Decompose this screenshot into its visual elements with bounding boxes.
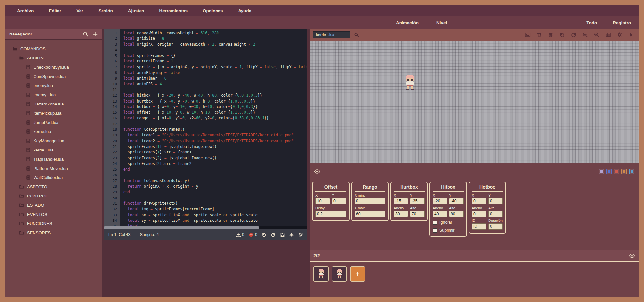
bug-button[interactable]: [289, 232, 294, 237]
menu-item-ver[interactable]: Ver: [77, 8, 83, 13]
redo-button[interactable]: [271, 232, 276, 237]
sidebar-item-checkpointsys-lua[interactable]: CheckpointSys.lua: [5, 62, 102, 72]
toolbar-layers-button[interactable]: [546, 31, 555, 39]
sidebar-item-funciones[interactable]: FUNCIONES: [5, 219, 102, 228]
overlay-toggle-hitbox[interactable]: [621, 169, 627, 174]
editor-hscrollbar-thumb[interactable]: [104, 226, 259, 229]
sidebar-item-enemy-lua[interactable]: enemy.lua: [5, 81, 102, 90]
line-number: 33: [104, 212, 120, 218]
hurtbox-alto-input[interactable]: [410, 211, 425, 217]
toolbar-undo-button[interactable]: [558, 31, 566, 39]
sidebar-item-kerrie-lua[interactable]: kerrie.lua: [5, 127, 102, 136]
sidebar-item-comandos[interactable]: COMANDOS: [5, 44, 102, 53]
frame-thumbnail-2[interactable]: [332, 266, 347, 282]
sidebar-plus-button[interactable]: [92, 31, 98, 37]
sidebar-item-hazardzone-lua[interactable]: HazardZone.lua: [5, 99, 102, 108]
toolbar-play-button[interactable]: [627, 31, 635, 39]
hotbox-ancho-input[interactable]: [472, 211, 486, 217]
code-line: spriteFrames[2].src = frame2: [123, 161, 307, 167]
sidebar-item-itempickup-lua[interactable]: ItemPickup.lua: [5, 108, 102, 118]
hotbox-y-input[interactable]: [488, 198, 503, 204]
search-icon[interactable]: [354, 32, 359, 37]
field-label: Alto: [488, 206, 503, 210]
overlay-toggle-range[interactable]: [606, 169, 612, 174]
hurtbox-y-input[interactable]: [410, 198, 425, 204]
code-area[interactable]: 1234567891011121314151617181920212223242…: [104, 29, 307, 229]
hotbox-x-input[interactable]: [472, 198, 486, 204]
hitbox-y-input[interactable]: [449, 198, 464, 204]
save-icon: [280, 232, 285, 237]
toolbar-table-button[interactable]: [604, 31, 612, 39]
suprimir-checkbox[interactable]: [433, 228, 437, 233]
ignorar-checkbox[interactable]: [433, 221, 437, 225]
offset-x-input[interactable]: [315, 198, 330, 204]
code-line: local hotbox = { x=0, y=-10, w=30, h=10,…: [123, 104, 307, 110]
hurtbox-x-input[interactable]: [394, 198, 408, 204]
no-entry-indicator[interactable]: 0: [249, 232, 257, 237]
hotbox-alto-input[interactable]: [488, 211, 503, 217]
sidebar-item-enemy-lua[interactable]: enemy_.lua: [5, 90, 102, 99]
tab-registro[interactable]: Registro: [613, 20, 631, 25]
sprite-character[interactable]: [404, 75, 416, 90]
frame-thumbnail-1[interactable]: [313, 266, 329, 282]
sidebar-item-sensores[interactable]: SENSORES: [5, 228, 102, 237]
sidebar-item-kerrie-lua[interactable]: kerrie_.lua: [5, 145, 102, 154]
offset-y-input[interactable]: [332, 198, 346, 204]
sidebar-item-traphandler-lua[interactable]: TrapHandler.lua: [5, 154, 102, 164]
toolbar-gear-button[interactable]: [615, 31, 624, 39]
save-button[interactable]: [280, 232, 285, 237]
tab-todo[interactable]: Todo: [586, 20, 597, 25]
sidebar-item-jumppad-lua[interactable]: JumpPad.lua: [5, 118, 102, 127]
sidebar-item-wallcollider-lua[interactable]: WallCollider.lua: [5, 173, 102, 182]
sidebar-item-accion[interactable]: ACCIÓN: [5, 53, 102, 62]
toolbar-redo-button[interactable]: [569, 31, 578, 39]
file-icon: [26, 120, 31, 125]
hitbox-x-input[interactable]: [433, 198, 447, 204]
panel-title: Rango: [355, 184, 385, 192]
menu-item-editar[interactable]: Editar: [49, 8, 61, 13]
sidebar-item-estado[interactable]: ESTADO: [5, 200, 102, 210]
tab-animacion[interactable]: Animación: [396, 20, 419, 25]
warning-indicator[interactable]: 0: [236, 232, 244, 237]
sidebar-item-eventos[interactable]: EVENTOS: [5, 210, 102, 219]
overlay-toggle-hurtbox[interactable]: [614, 169, 619, 174]
visibility-eye-button[interactable]: [314, 168, 320, 174]
hotbox-id-input[interactable]: [472, 223, 486, 230]
overlay-toggle-offset[interactable]: [599, 169, 604, 174]
rango-x-max-input[interactable]: [355, 211, 385, 217]
toolbar-image-button[interactable]: [523, 31, 532, 39]
timeline-eye-button[interactable]: [629, 253, 635, 259]
hitbox-ancho-input[interactable]: [433, 211, 447, 217]
table-icon: [605, 32, 611, 38]
sidebar-item-platformmover-lua[interactable]: PlatformMover.lua: [5, 164, 102, 173]
editor-hscrollbar[interactable]: [104, 226, 307, 229]
hitbox-alto-input[interactable]: [449, 211, 464, 217]
undo-button[interactable]: [262, 232, 266, 237]
tree-item-label: COMANDOS: [20, 46, 46, 51]
sidebar-item-aspecto[interactable]: ASPECTO: [5, 182, 102, 191]
rango-x-min-input[interactable]: [355, 198, 385, 204]
menu-item-ayuda[interactable]: Ayuda: [238, 8, 251, 13]
overlay-toggle-hotbox[interactable]: [629, 169, 634, 174]
sprite-canvas[interactable]: [310, 41, 639, 163]
toolbar-trash-button[interactable]: [535, 31, 543, 39]
menu-item-archivo[interactable]: Archivo: [17, 8, 34, 13]
menu-item-sesion[interactable]: Sesión: [99, 8, 113, 13]
sidebar-item-control[interactable]: CONTROL: [5, 191, 102, 200]
hotbox-duracion-input[interactable]: [488, 223, 503, 230]
sidebar-item-keymanager-lua[interactable]: KeyManager.lua: [5, 136, 102, 145]
toolbar-zoom-in-button[interactable]: [581, 31, 589, 39]
sidebar-item-coinspawner-lua[interactable]: CoinSpawner.lua: [5, 72, 102, 81]
hurtbox-ancho-input[interactable]: [394, 211, 408, 217]
toolbar-zoom-out-button[interactable]: [592, 31, 601, 39]
line-number: 17: [104, 121, 120, 127]
filename-input[interactable]: [313, 31, 350, 38]
offset-delay-input[interactable]: [315, 211, 346, 217]
menu-item-ajustes[interactable]: Ajustes: [128, 8, 144, 13]
sidebar-search-button[interactable]: [83, 31, 88, 37]
add-frame-button[interactable]: +: [350, 266, 365, 282]
menu-item-opciones[interactable]: Opciones: [203, 8, 223, 13]
menu-item-herramientas[interactable]: Herramientas: [159, 8, 188, 13]
gear-button[interactable]: [298, 232, 303, 237]
tab-nivel[interactable]: Nivel: [436, 20, 447, 25]
